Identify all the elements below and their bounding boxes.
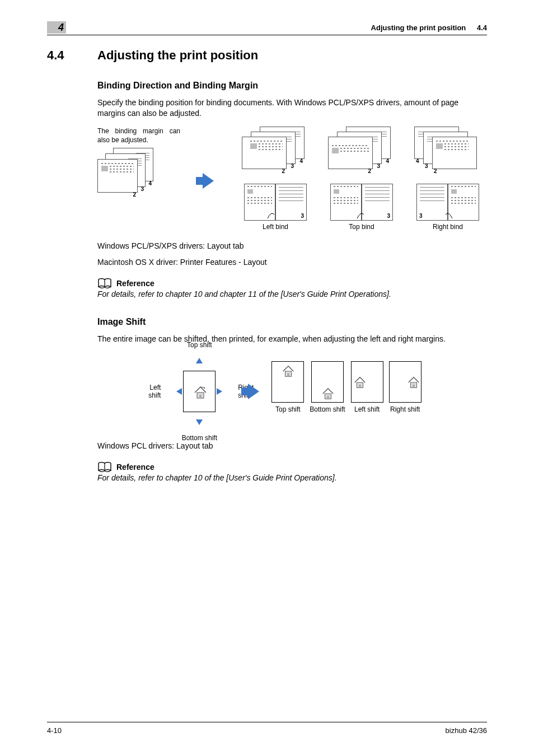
page-number: 3 bbox=[387, 213, 390, 219]
binding-source-caption: The binding margin can also be adjusted. bbox=[97, 127, 180, 144]
top-bind-pair: 3 bbox=[330, 184, 393, 221]
binding-note-2: Macintosh OS X driver: Printer Features … bbox=[97, 257, 487, 268]
arrow-up-icon bbox=[196, 358, 203, 363]
top-bind-label: Top bind bbox=[349, 223, 374, 231]
top-shift-label: Top shift bbox=[187, 341, 212, 349]
house-icon bbox=[406, 375, 420, 389]
arrow-left-icon bbox=[176, 388, 182, 395]
binding-reference-label: Reference bbox=[116, 279, 154, 288]
result-caption: Bottom shift bbox=[310, 406, 345, 422]
result-caption: Right shift bbox=[390, 406, 420, 422]
binding-intro: Specify the binding position for binding… bbox=[97, 97, 487, 119]
house-icon bbox=[321, 386, 334, 400]
book-icon bbox=[97, 278, 112, 289]
section-heading: 4.4Adjusting the print position bbox=[47, 48, 487, 63]
left-shift-label: Left shift bbox=[142, 384, 161, 399]
page-number: 3 bbox=[291, 163, 294, 169]
result-caption: Left shift bbox=[354, 406, 380, 422]
page-number: 2 bbox=[133, 192, 136, 198]
footer-product-name: bizhub 42/36 bbox=[446, 726, 487, 735]
page-number: 2 bbox=[368, 168, 371, 174]
footer-page-number: 4-10 bbox=[47, 726, 62, 735]
page-number: 3 bbox=[419, 213, 423, 219]
arrow-down-icon bbox=[196, 419, 203, 425]
image-shift-intro: The entire image can be shifted, then pr… bbox=[97, 334, 487, 344]
right-bind-label: Right bind bbox=[433, 223, 463, 231]
svg-rect-11 bbox=[413, 385, 415, 388]
page-number: 3 bbox=[140, 186, 144, 192]
header-section-number: 4.4 bbox=[477, 24, 487, 32]
header-right: Adjusting the print position 4.4 bbox=[371, 24, 487, 32]
bottom-shift-label: Bottom shift bbox=[182, 434, 217, 442]
left-bind-label: Left bind bbox=[263, 223, 288, 231]
arrow-right-icon bbox=[203, 173, 214, 189]
footer-rule bbox=[47, 722, 487, 722]
binding-reference-text: For details, refer to chapter 10 and cha… bbox=[97, 289, 487, 300]
image-shift-figure: Top shift Bottom shift Left shift Right … bbox=[97, 352, 487, 431]
house-icon bbox=[193, 385, 206, 398]
image-shift-results: Top shift Bottom shift Left shift Right … bbox=[271, 361, 421, 422]
house-icon bbox=[353, 375, 366, 389]
section-number: 4.4 bbox=[47, 48, 97, 63]
svg-rect-9 bbox=[359, 385, 361, 388]
page-number: 3 bbox=[301, 213, 304, 219]
image-shift-note-1: Windows PCL drivers: Layout tab bbox=[97, 441, 487, 451]
binding-reference-row: Reference bbox=[97, 278, 487, 289]
svg-rect-5 bbox=[287, 374, 289, 377]
page-number: 3 bbox=[377, 163, 380, 169]
page-number: 2 bbox=[282, 168, 285, 174]
svg-rect-1 bbox=[199, 395, 202, 398]
page-number: 3 bbox=[425, 163, 428, 169]
page-header: 4 Adjusting the print position 4.4 bbox=[47, 21, 487, 34]
book-icon bbox=[97, 461, 112, 473]
header-title: Adjusting the print position bbox=[371, 24, 466, 32]
image-shift-heading: Image Shift bbox=[97, 317, 487, 327]
result-caption: Top shift bbox=[275, 406, 301, 422]
binding-heading: Binding Direction and Binding Margin bbox=[97, 81, 487, 91]
page-number: 2 bbox=[434, 168, 437, 174]
binding-note-1: Windows PCL/PS/XPS drivers: Layout tab bbox=[97, 241, 487, 251]
image-shift-reference-label: Reference bbox=[116, 463, 154, 472]
right-bind-pair: 3 bbox=[416, 184, 479, 221]
binding-result-grid: 4 3 2 4 3 2 4 bbox=[236, 127, 487, 231]
arrow-right-icon bbox=[248, 384, 259, 399]
arrow-right-icon bbox=[217, 388, 222, 395]
page-number: 4 bbox=[416, 158, 419, 164]
page-number: 4 bbox=[148, 180, 152, 186]
svg-rect-7 bbox=[327, 396, 329, 399]
image-shift-reference-text: For details, refer to chapter 10 of the … bbox=[97, 473, 487, 483]
image-shift-reference-row: Reference bbox=[97, 461, 487, 473]
house-icon bbox=[281, 364, 294, 377]
header-rule bbox=[47, 35, 487, 35]
section-title: Adjusting the print position bbox=[97, 48, 258, 62]
left-bind-pair: 3 bbox=[244, 184, 307, 221]
binding-figure: The binding margin can also be adjusted.… bbox=[97, 127, 487, 231]
page-footer: 4-10 bizhub 42/36 bbox=[47, 726, 487, 735]
image-shift-source: Top shift Bottom shift Left shift Right … bbox=[163, 352, 236, 431]
page-number: 4 bbox=[299, 158, 303, 164]
chapter-badge: 4 bbox=[47, 21, 66, 34]
binding-source-stack: 4 3 2 bbox=[97, 148, 159, 197]
page-number: 4 bbox=[386, 158, 389, 164]
